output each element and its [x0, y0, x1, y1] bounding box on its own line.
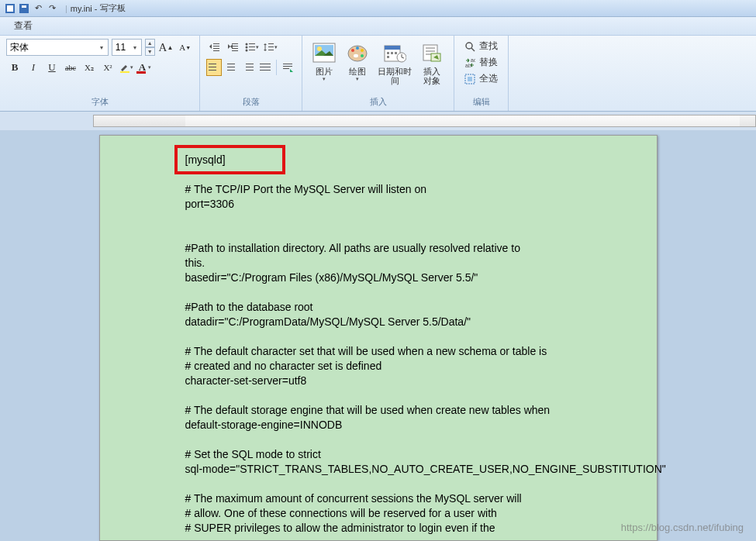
tab-view[interactable]: 查看	[8, 18, 39, 34]
align-left-button[interactable]	[206, 59, 222, 76]
document-content[interactable]: [mysqld] # The TCP/IP Port the MySQL Ser…	[185, 153, 630, 536]
svg-point-14	[246, 47, 248, 49]
font-row-1: 宋体 ▾ 11 ▾ ▲▼ A▲ A▼	[6, 39, 193, 56]
decrease-indent-button[interactable]	[206, 39, 223, 56]
svg-point-13	[246, 43, 248, 46]
svg-point-34	[354, 54, 358, 57]
window-title-filename: my.ini	[71, 4, 92, 13]
svg-rect-20	[268, 43, 274, 44]
svg-rect-12	[232, 50, 238, 51]
svg-point-47	[466, 43, 472, 49]
align-center-button[interactable]	[223, 59, 239, 76]
svg-point-33	[361, 54, 364, 57]
svg-rect-19	[265, 44, 266, 50]
highlight-button[interactable]: ▾	[118, 59, 135, 76]
redo-icon[interactable]: ↷	[47, 3, 57, 14]
svg-rect-17	[249, 47, 255, 47]
svg-point-30	[351, 49, 354, 52]
object-icon	[419, 40, 444, 65]
insert-picture-label: 图片	[316, 67, 333, 76]
svg-rect-43	[426, 47, 435, 49]
para-row-1: ▾ ▾	[206, 39, 295, 56]
svg-rect-23	[283, 64, 292, 64]
svg-rect-40	[387, 56, 389, 58]
svg-text:ac: ac	[471, 57, 475, 63]
horizontal-ruler[interactable]	[93, 115, 756, 127]
insert-paint-label: 绘图	[349, 67, 366, 76]
svg-rect-18	[249, 50, 255, 50]
save-icon[interactable]	[19, 3, 29, 14]
svg-rect-44	[426, 50, 435, 52]
insert-picture-button[interactable]: 图片 ▾	[309, 39, 339, 87]
svg-rect-5	[213, 43, 219, 44]
svg-rect-1	[7, 5, 13, 12]
svg-point-31	[356, 47, 359, 50]
calendar-icon	[382, 40, 407, 65]
underline-button[interactable]: U	[43, 59, 60, 76]
font-size-combo[interactable]: 11 ▾	[112, 39, 142, 56]
ribbon: 宋体 ▾ 11 ▾ ▲▼ A▲ A▼ B I U abc X₂ X² ▾ A▾	[0, 36, 756, 112]
strikethrough-button[interactable]: abc	[62, 59, 79, 76]
svg-rect-39	[395, 52, 397, 54]
font-family-combo[interactable]: 宋体 ▾	[6, 39, 109, 56]
replace-button[interactable]: abac 替换	[461, 55, 502, 70]
subscript-button[interactable]: X₂	[81, 59, 98, 76]
insert-body: 图片 ▾ 绘图 ▾ 日期和时间 插入 对象	[309, 39, 447, 87]
replace-icon: abac	[464, 57, 476, 69]
svg-rect-10	[232, 46, 238, 47]
font-row-2: B I U abc X₂ X² ▾ A▾	[6, 59, 193, 76]
document-viewport: [mysqld] # The TCP/IP Port the MySQL Ser…	[0, 130, 756, 541]
app-menu-icon[interactable]	[5, 3, 16, 14]
grow-font-button[interactable]: A▲	[158, 39, 174, 56]
bullet-list-button[interactable]: ▾	[243, 39, 261, 56]
insert-paint-button[interactable]: 绘图 ▾	[342, 39, 372, 87]
italic-button[interactable]: I	[25, 59, 42, 76]
watermark: https://blog.csdn.net/ifubing	[621, 522, 744, 533]
chevron-down-icon: ▾	[130, 44, 140, 51]
bold-button[interactable]: B	[6, 59, 23, 76]
svg-rect-3	[22, 5, 26, 8]
selectall-label: 全选	[479, 72, 498, 85]
search-icon	[464, 40, 476, 53]
svg-point-28	[317, 47, 322, 51]
insert-datetime-button[interactable]: 日期和时间	[375, 39, 414, 87]
document-page[interactable]: [mysqld] # The TCP/IP Port the MySQL Ser…	[99, 135, 658, 541]
para-row-2	[206, 59, 295, 76]
svg-rect-7	[213, 48, 219, 49]
insert-object-button[interactable]: 插入 对象	[417, 39, 447, 87]
group-label-paragraph: 段落	[206, 95, 295, 109]
window-title-sep: -	[92, 4, 100, 13]
line-spacing-button[interactable]: ▾	[262, 39, 279, 56]
svg-rect-11	[232, 48, 238, 49]
font-color-button[interactable]: A▾	[136, 59, 154, 76]
superscript-button[interactable]: X²	[99, 59, 116, 76]
ruler-area	[0, 112, 756, 130]
shrink-font-button[interactable]: A▼	[177, 39, 193, 56]
group-label-font: 字体	[6, 95, 193, 109]
selectall-button[interactable]: 全选	[461, 71, 502, 86]
align-right-button[interactable]	[240, 59, 256, 76]
font-size-spinner[interactable]: ▲▼	[145, 39, 155, 56]
increase-indent-button[interactable]	[225, 39, 242, 56]
group-paragraph: ▾ ▾ 段落	[200, 36, 302, 111]
quick-access-toolbar: ↶ ↷	[5, 3, 57, 14]
svg-rect-37	[387, 52, 389, 54]
tab-row: 查看	[0, 17, 756, 36]
svg-point-32	[361, 49, 364, 52]
group-label-insert: 插入	[309, 95, 447, 109]
align-justify-button[interactable]	[257, 59, 273, 76]
svg-text:ab: ab	[465, 63, 471, 68]
window-title-appname: 写字板	[100, 2, 126, 14]
annotation-red-box	[174, 145, 285, 174]
font-size-value: 11	[116, 42, 126, 53]
undo-icon[interactable]: ↶	[33, 3, 43, 14]
separator: |	[65, 4, 67, 13]
svg-rect-36	[385, 46, 400, 50]
group-edit: 查找 abac 替换 全选 编辑	[454, 36, 509, 111]
svg-rect-6	[213, 46, 219, 47]
paragraph-dialog-button[interactable]	[280, 59, 295, 76]
svg-point-15	[246, 50, 248, 52]
svg-rect-25	[283, 68, 289, 69]
find-button[interactable]: 查找	[461, 39, 502, 53]
group-font: 宋体 ▾ 11 ▾ ▲▼ A▲ A▼ B I U abc X₂ X² ▾ A▾	[0, 36, 200, 111]
